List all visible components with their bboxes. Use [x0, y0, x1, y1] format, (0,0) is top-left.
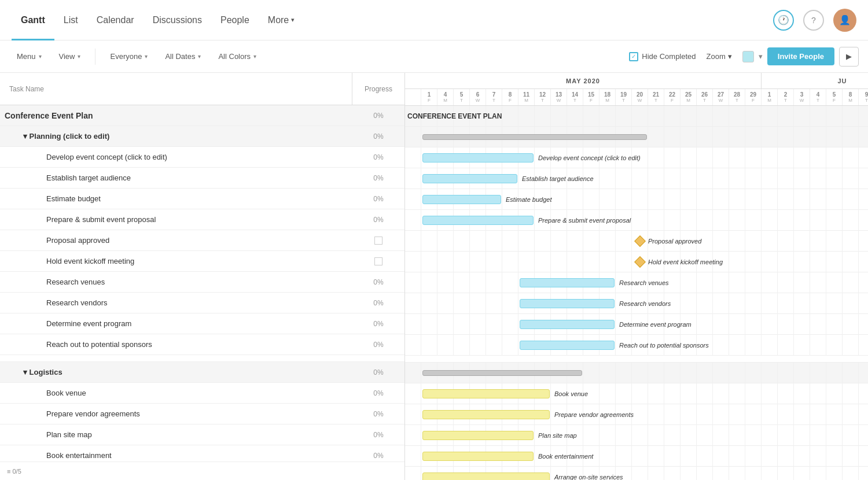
task-name[interactable]: Prepare & submit event proposal [0, 215, 352, 224]
task-row[interactable]: Prepare & submit event proposal0% [0, 209, 404, 230]
gantt-cell [583, 363, 599, 383]
task-name[interactable]: ▾ Planning (click to edit) [0, 132, 352, 141]
gantt-cell [405, 127, 421, 147]
task-row[interactable]: Determine event program0% [0, 313, 404, 334]
swatch-chevron-icon[interactable]: ▾ [759, 52, 763, 61]
gantt-cell [810, 252, 826, 272]
task-name[interactable]: Hold event kickoff meeting [0, 257, 352, 265]
gantt-cell [859, 293, 868, 314]
task-name[interactable]: Prepare vendor agreements [0, 409, 352, 418]
nav-calendar[interactable]: Calendar [87, 0, 144, 40]
color-swatch[interactable] [742, 51, 754, 62]
menu-button[interactable]: Menu ▾ [9, 48, 49, 65]
gantt-header: MAY 2020JU 1F4M5T6W7T8F11M12T13W14T15F18… [405, 73, 868, 106]
gantt-cell [664, 404, 681, 425]
task-name[interactable]: Proposal approved [0, 236, 352, 245]
invite-people-button[interactable]: Invite People [767, 47, 834, 65]
gantt-cell [648, 404, 664, 425]
task-row[interactable]: Estimate budget0% [0, 189, 404, 209]
gantt-day-cell: 1F [421, 89, 437, 105]
gantt-cell [535, 106, 551, 127]
gantt-day-cell: 5F [826, 89, 843, 105]
view-button[interactable]: View ▾ [52, 48, 89, 65]
gantt-bar-label: Estimate budget [506, 196, 552, 203]
all-dates-button[interactable]: All Dates ▾ [157, 48, 208, 65]
task-row[interactable]: Research vendors0% [0, 293, 404, 313]
dates-chevron-icon: ▾ [198, 53, 201, 60]
task-name[interactable]: Research vendors [0, 298, 352, 307]
nav-discussions[interactable]: Discussions [144, 0, 211, 40]
task-row[interactable]: Prepare vendor agreements0% [0, 404, 404, 424]
task-row[interactable]: Develop event concept (click to edit)0% [0, 147, 404, 168]
zoom-button[interactable]: Zoom ▾ [701, 49, 738, 64]
all-colors-button[interactable]: All Colors ▾ [211, 48, 264, 65]
nav-people[interactable]: People [211, 0, 259, 40]
task-name[interactable]: Book entertainment [0, 451, 352, 460]
gantt-cell [843, 293, 859, 314]
task-name[interactable]: Develop event concept (click to edit) [0, 153, 352, 161]
task-name[interactable]: ▾ Logistics [0, 368, 352, 376]
gantt-cell [664, 168, 681, 189]
gantt-day-cell: 22F [664, 89, 681, 105]
gantt-chart-panel[interactable]: MAY 2020JU 1F4M5T6W7T8F11M12T13W14T15F18… [405, 73, 868, 480]
task-name[interactable]: Determine event program [0, 319, 352, 328]
gantt-bar-label: Prepare vendor agreements [554, 411, 634, 418]
gantt-cell [859, 189, 868, 210]
gantt-cell [681, 106, 697, 127]
task-name[interactable]: Book venue [0, 389, 352, 397]
gantt-cell [697, 293, 713, 314]
gantt-cell [729, 446, 745, 467]
gantt-cell [810, 404, 826, 425]
gantt-row [405, 363, 868, 383]
gantt-cell [762, 467, 778, 481]
gantt-cell [470, 252, 486, 272]
gantt-cell [826, 383, 843, 404]
task-row[interactable]: Establish target audience0% [0, 168, 404, 189]
gantt-cell [502, 106, 518, 127]
task-row[interactable]: Book venue0% [0, 383, 404, 404]
task-row[interactable]: Plan site map0% [0, 424, 404, 445]
gantt-bar [422, 134, 647, 140]
hide-completed-checkbox[interactable]: ✓ [629, 52, 638, 61]
gantt-day-cell: 8F [502, 89, 518, 105]
task-name[interactable]: Estimate budget [0, 194, 352, 203]
gantt-cell [437, 231, 454, 252]
gantt-cell [470, 272, 486, 293]
gantt-cell [486, 252, 502, 272]
export-button[interactable]: ▶ [839, 47, 859, 67]
avatar[interactable]: 👤 [833, 9, 856, 32]
gantt-cell [664, 425, 681, 446]
hide-completed-toggle[interactable]: ✓ Hide Completed [629, 52, 696, 61]
nav-more[interactable]: More ▾ [259, 0, 304, 40]
everyone-button[interactable]: Everyone ▾ [102, 48, 155, 65]
gantt-cell [697, 425, 713, 446]
task-name[interactable]: Reach out to potential sponsors [0, 340, 352, 349]
nav-list[interactable]: List [54, 0, 87, 40]
task-name[interactable]: Plan site map [0, 430, 352, 439]
progress-cell [352, 237, 404, 245]
gantt-cell [745, 210, 762, 231]
task-row[interactable]: Research venues0% [0, 272, 404, 293]
task-row[interactable]: Book entertainment0% [0, 445, 404, 461]
gantt-cell [826, 446, 843, 467]
task-name: Conference Event Plan [0, 111, 352, 120]
gantt-cell [762, 335, 778, 356]
task-name[interactable]: Research venues [0, 278, 352, 286]
nav-gantt[interactable]: Gantt [12, 0, 54, 40]
gantt-cell [648, 363, 664, 383]
task-name[interactable]: Establish target audience [0, 173, 352, 182]
gantt-cell [599, 168, 616, 189]
gantt-bar-label: Arrange on-site services [554, 474, 623, 481]
gantt-day-cell: 20W [632, 89, 648, 105]
gantt-bar-label: Book entertainment [538, 453, 593, 460]
everyone-chevron-icon: ▾ [145, 53, 148, 60]
help-icon[interactable]: ? [803, 10, 824, 31]
task-row: Conference Event Plan0% [0, 105, 404, 126]
gantt-cell [762, 425, 778, 446]
task-row[interactable]: Reach out to potential sponsors0% [0, 334, 404, 355]
gantt-cell [502, 231, 518, 252]
gantt-cell [794, 272, 810, 293]
clock-icon[interactable]: 🕐 [773, 10, 794, 31]
gantt-cell [502, 293, 518, 314]
gantt-cell [729, 404, 745, 425]
